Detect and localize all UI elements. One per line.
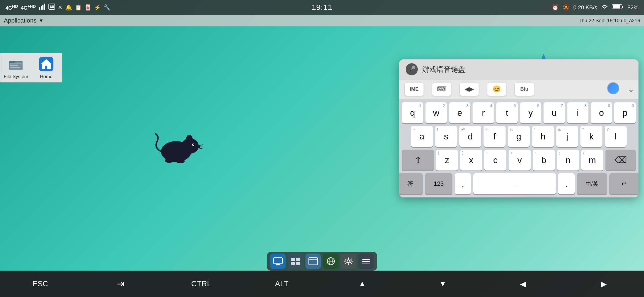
svg-rect-49 [362,259,370,260]
mic-icon: 🎤 [406,63,418,75]
signal-bars-icon [39,4,46,11]
svg-rect-41 [291,262,295,265]
key-j[interactable]: &j [556,126,578,147]
signal-4ghd2: 4G+HD [21,4,36,11]
status-left: 4GHD 4G+HD ✕ 🔔 📋 🀄 ⚡ 🔧 [6,4,111,11]
menu-bar-title[interactable]: Applications [4,17,37,24]
bell-icon: 🔔 [65,4,72,11]
clipboard-icon: 📋 [75,4,82,11]
key-z[interactable]: (z [436,150,458,170]
svg-rect-39 [291,258,295,261]
key-ctrl[interactable]: CTRL [185,279,218,288]
key-down[interactable]: ▼ [426,279,459,288]
key-w[interactable]: 2w [425,102,447,123]
svg-point-29 [176,159,185,163]
key-k[interactable]: *k [580,126,602,147]
key-symbol[interactable]: 符 [399,173,423,194]
keyboard-header: 🎤 游戏语音键盘 [399,59,638,79]
key-backspace[interactable]: ⌫ [605,150,636,170]
taskbar-menu[interactable] [358,254,374,269]
key-o[interactable]: 9o [591,102,612,123]
svg-point-48 [347,260,350,263]
app-icon-filesystem[interactable]: File System [4,56,28,79]
app-icon-home[interactable]: Home [34,56,59,79]
key-b[interactable]: :b [533,150,555,170]
key-shift[interactable]: ⇧ [402,150,434,170]
key-l[interactable]: ?l [605,126,627,147]
toolbar-biu-btn[interactable]: Biu [515,82,534,96]
key-alt[interactable]: ALT [265,279,298,288]
key-space[interactable]: ＿ [473,173,556,194]
signal-4ghd: 4GHD [6,4,18,11]
menu-bar: Applications ▼ Thu 22 Sep, 19:10 u0_a216 [0,15,644,26]
svg-rect-13 [9,61,15,63]
key-c[interactable]: -c [484,150,506,170]
toolbar-cursor-btn[interactable]: ◀▶ [460,82,479,96]
key-q[interactable]: 1q [402,102,423,123]
key-comma[interactable]: , [455,173,471,194]
key-period[interactable]: . [558,173,575,194]
toolbar-ime-btn[interactable]: IME [405,82,424,96]
keyboard-panel: 🎤 游戏语音键盘 IME ⌨ ◀▶ 😊 Biu ⌄ [399,59,638,197]
key-e[interactable]: 3e [449,102,471,123]
key-x[interactable]: )x [460,150,482,170]
key-row-1: 1q 2w 3e 4r 5t 6y 7u 8i 9o 0p [402,102,636,123]
svg-rect-1 [41,6,42,10]
svg-rect-0 [39,7,40,10]
key-t[interactable]: 5t [496,102,518,123]
collapse-keyboard-btn[interactable]: ⌄ [628,85,634,94]
key-u[interactable]: 7u [544,102,565,123]
key-m[interactable]: /m [581,150,603,170]
svg-rect-9 [622,6,623,8]
svg-rect-51 [362,263,370,263]
x-icon: ✕ [58,4,62,11]
key-left[interactable]: ◀ [507,279,540,288]
key-g[interactable]: %g [508,126,530,147]
taskbar-settings[interactable] [341,254,356,269]
key-s[interactable]: !s [435,126,457,147]
svg-rect-5 [50,6,51,7]
key-i[interactable]: 8i [567,102,589,123]
svg-rect-3 [44,4,45,10]
sim-icon [48,4,55,11]
svg-rect-2 [42,5,43,10]
taskbar-globe[interactable] [323,254,339,269]
key-h[interactable]: 'h [532,126,554,147]
mouse-mascot [154,131,204,164]
key-right[interactable]: ▶ [587,279,620,288]
key-v[interactable]: +v [509,150,531,170]
user-avatar [607,82,619,94]
key-y[interactable]: 6y [520,102,541,123]
svg-point-28 [165,158,174,163]
svg-line-27 [198,148,203,149]
key-a[interactable]: ~a [411,126,433,147]
status-right: ⏰ 🔕 0.20 KB/s 82% [552,4,638,11]
keyboard-rows: 1q 2w 3e 4r 5t 6y 7u 8i 9o 0p ~a !s @d #… [399,99,638,197]
key-123[interactable]: 123 [425,173,452,194]
key-n[interactable]: ;n [557,150,579,170]
key-f[interactable]: #f [484,126,506,147]
svg-rect-4 [49,4,55,9]
key-row-2: ~a !s @d #f %g 'h &j *k ?l [402,126,636,147]
menu-bar-left[interactable]: Applications ▼ [4,17,43,24]
toolbar-emoji-btn[interactable]: 😊 [487,82,506,96]
svg-rect-42 [296,262,300,265]
toolbar-keyboard-btn[interactable]: ⌨ [432,82,451,96]
key-up[interactable]: ▲ [346,279,379,288]
key-p[interactable]: 0p [614,102,636,123]
key-tab[interactable]: ⇥ [104,279,137,289]
taskbar-window[interactable] [305,254,321,269]
taskbar-grid[interactable] [288,254,303,269]
key-r[interactable]: 4r [473,102,494,123]
clock: 19:11 [312,3,332,12]
home-icon [38,56,54,72]
key-lang[interactable]: 中/英 [577,173,607,194]
mute-icon: 🔕 [563,4,569,11]
key-d[interactable]: @d [459,126,481,147]
taskbar-monitor[interactable] [270,254,286,269]
menu-bar-arrow[interactable]: ▼ [39,18,44,24]
keyboard-title: 游戏语音键盘 [422,65,465,74]
key-esc[interactable]: ESC [24,279,57,288]
svg-rect-43 [309,258,318,265]
key-enter[interactable]: ↵ [609,173,638,194]
